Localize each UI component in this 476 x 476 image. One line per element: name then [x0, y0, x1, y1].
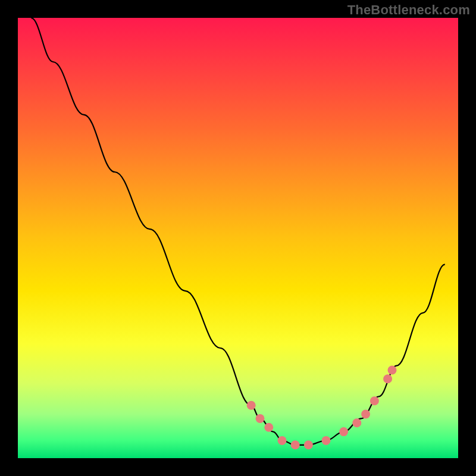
watermark-text: TheBottleneck.com [347, 2, 470, 18]
marker-point [304, 440, 313, 449]
marker-group [247, 366, 397, 450]
marker-point [278, 436, 287, 445]
curve-line [31, 18, 445, 445]
marker-point [291, 440, 300, 449]
marker-point [383, 374, 392, 383]
marker-point [247, 401, 256, 410]
marker-point [361, 410, 370, 419]
marker-point [352, 418, 361, 427]
marker-point [388, 366, 397, 375]
marker-point [322, 436, 331, 445]
marker-point [339, 427, 348, 436]
marker-point [256, 414, 265, 423]
marker-point [264, 423, 273, 432]
chart-svg [18, 18, 458, 458]
marker-point [370, 396, 379, 405]
